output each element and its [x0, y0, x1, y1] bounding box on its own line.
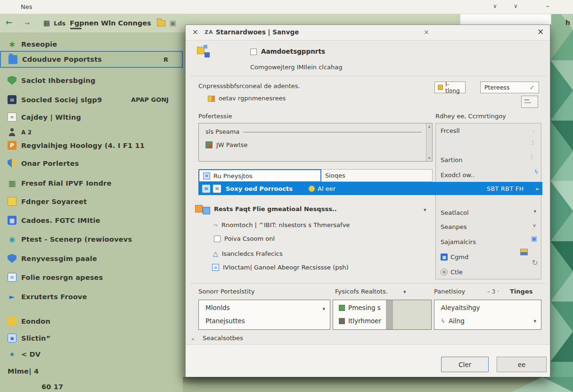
checklist-item[interactable]: ¬ Rnomtoch | ^IBIT: nlsestors s Thmersaf… [213, 221, 350, 229]
panel-item[interactable]: ▦ Cgmd [441, 253, 468, 261]
checkbox[interactable] [214, 236, 221, 242]
dialog-close-button[interactable]: × [537, 27, 544, 36]
preset-dropdown[interactable]: Ptereess ✓ [480, 82, 539, 93]
sidebar-item-label: Ptest - Scenerp (rewioovevs [21, 236, 132, 243]
desktop-wallpaper [550, 0, 573, 392]
inner-close-icon[interactable]: × [424, 28, 429, 36]
folder-icon [8, 55, 17, 64]
minimize-button[interactable]: – [546, 1, 549, 10]
dropdown-line2: Ailng [449, 317, 465, 325]
background-window-tab [460, 13, 551, 24]
sidebar-item-label: Cdouduve Poportsts [22, 56, 102, 63]
tag-field[interactable]: I-tlong [434, 82, 466, 93]
app-icon-blue [205, 52, 210, 57]
caret-down-icon[interactable]: ▾ [403, 289, 406, 295]
forward-icon[interactable]: → [25, 20, 30, 27]
folder-icon[interactable] [157, 20, 165, 26]
checklist-item-label: Isancledcs Frafecics [222, 250, 283, 257]
dots-icon: ⋮ [529, 154, 534, 160]
desktop-corner-pattern [512, 377, 573, 392]
dialog-title: Starnardwoes | Sanvge [216, 28, 299, 36]
sidebar-item-label: Renyvessgim paale [21, 255, 97, 262]
sidebar-item[interactable]: ► Exruterts Froove [0, 289, 183, 304]
panel-item[interactable]: Sartion [441, 156, 462, 163]
clear-button-label: Cler [458, 361, 471, 368]
panel-item[interactable]: Frcesll [441, 127, 460, 134]
dropdown-box[interactable]: Aleyaitsihgy ϟ Ailng ▾ [434, 300, 541, 330]
panel-item[interactable]: Exodcl ow.. [441, 172, 475, 179]
dropdown-line2: Itlyrhmoer [348, 317, 381, 325]
sidebar-item-selected[interactable]: Cdouduve Poportsts R [0, 51, 183, 68]
sidebar-item-label: Regvlaihjeg Hoology (4. I F1 11 [21, 142, 145, 149]
dropdown-box[interactable]: Pmesing s Itlyrhmoer [333, 300, 432, 330]
sidebar-item[interactable]: A 2 [0, 125, 183, 139]
sidebar-item[interactable]: ◆ < DV [0, 347, 183, 361]
checklist-item[interactable]: ≡ IVIoctam| Ganoel Abeogr Recsissse (psh… [212, 264, 349, 271]
panel-item-label: Exodcl ow.. [441, 172, 475, 179]
send-icon: ► [8, 292, 16, 301]
sidebar-item[interactable]: ≡ Soocled Sociej slgp9 APAP GONJ [0, 92, 183, 107]
dropdown-box[interactable]: Mlonlds Ptanejsuttes ▾ [198, 300, 330, 330]
panel-item[interactable]: ⊕ Ctle [441, 269, 463, 276]
list-item[interactable]: JW Pawtse [205, 141, 248, 148]
stepper[interactable] [521, 96, 538, 108]
dash-icon: ¬ [213, 222, 218, 229]
sidebar-item[interactable]: 60 17 [0, 379, 183, 392]
panel-item[interactable]: Seanpes [441, 223, 467, 230]
scrollbar[interactable]: ▴ ▾ [426, 123, 432, 161]
close-icon[interactable]: × [192, 28, 198, 36]
sidebar-item[interactable]: P Regvlaihjeg Hoology (4. I F1 11 [0, 138, 183, 153]
right-panel-header: Rdhey ee, Ccrmrtingoy [435, 113, 506, 120]
sidebar-item[interactable]: ≡ Folie roesrgn apeses [0, 270, 183, 285]
scroll-down-icon[interactable]: ▾ [428, 156, 430, 160]
checklist-item[interactable]: △ Isancledcs Frafecics [213, 250, 283, 257]
scroll-up-icon[interactable]: ▴ [428, 124, 430, 129]
user-icon [8, 128, 16, 137]
options-panel: Frcesll Sartion Exodcl ow.. Seatlacol Se… [435, 123, 541, 279]
sidebar-item-label: Onar Porlertes [21, 160, 79, 167]
palette-icon [208, 96, 215, 102]
sidebar-item[interactable]: Renyvessgim paale [0, 251, 183, 266]
dialog-titlebar[interactable]: × ZA Starnardwoes | Sanvge × × [186, 25, 550, 41]
toolbar-menu-label[interactable]: Fgpnen Wln Connges [70, 19, 151, 27]
panel-item[interactable]: Seatlacol [441, 209, 469, 216]
caret-down-icon[interactable]: ▾ [424, 207, 426, 213]
sidebar-item[interactable]: Mlme| 4 [0, 364, 183, 378]
chevron-down-icon[interactable]: ∨ [514, 3, 518, 9]
chevron-down-icon[interactable]: ∨ [532, 222, 536, 229]
list-item[interactable]: sls Pseama [205, 128, 422, 135]
yellow-dot-icon [309, 186, 315, 192]
section-label: Sonorr Porteslstity [198, 288, 254, 295]
caret-down-icon[interactable]: ▾ [322, 306, 325, 312]
sidebar-item[interactable]: Eondon [0, 314, 183, 328]
caret-down-icon[interactable]: ▾ [533, 318, 536, 324]
chevron-down-icon[interactable]: ∨ [493, 3, 497, 9]
header-checkbox[interactable] [250, 49, 257, 55]
grid-icon[interactable]: ▦ [43, 19, 50, 27]
splitter-handle[interactable] [386, 300, 393, 329]
sidebar-item[interactable]: Saclot Ihbersbging [0, 73, 183, 88]
caret-down-icon[interactable]: ▾ [533, 208, 536, 214]
list-item-label: JW Pawtse [216, 141, 248, 148]
checklist-item[interactable]: Poiva Csoom onl [214, 235, 275, 242]
ok-button[interactable]: ee [497, 357, 547, 372]
clear-button[interactable]: Cler [441, 357, 489, 372]
profiles-listbox[interactable]: sls Pseama JW Pawtse ▴ ▾ [198, 123, 433, 162]
sidebar-item[interactable]: ▦ Cadoes. FGTC IMItie [0, 213, 183, 228]
back-icon[interactable]: ← [6, 17, 12, 27]
ok-button-label: ee [518, 361, 526, 368]
checklist-item[interactable]: Rests Faqt Flie gmeatioal Nesqsss.. [195, 205, 337, 212]
panel-item[interactable]: Sajamalcirs [441, 238, 476, 245]
sidebar-item[interactable]: ◉ Ptest - Scenerp (rewioovevs [0, 232, 183, 246]
sidebar-item[interactable]: ▦ Fresof Rial IPVF Iondre [0, 176, 183, 190]
sidebar-item[interactable]: ∗ Reseopie [0, 37, 183, 51]
filter-box[interactable]: ≡ Ru Pneysjtos [198, 169, 321, 182]
sidebar-item[interactable]: ≡ Cajdey | Wlting [0, 110, 183, 124]
sidebar-item[interactable]: Onar Porlertes [0, 156, 183, 171]
document-icon: ≡ [8, 113, 16, 122]
sidebar-item[interactable]: ▣ Slictin” [0, 331, 183, 345]
selected-row[interactable]: ≡ ≡ Soxy oed Porroocts Al eer SBT RBT FH… [198, 182, 542, 195]
app-p-icon: P [8, 141, 16, 150]
sidebar-item[interactable]: Fdnger Soyareet [0, 194, 183, 209]
document-icon[interactable]: ▣ [170, 19, 176, 27]
